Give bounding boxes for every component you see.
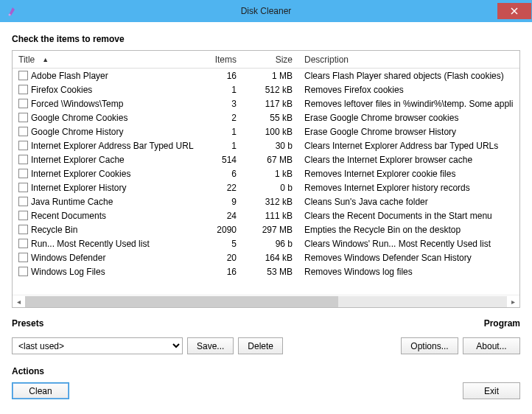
row-checkbox[interactable] [18,127,28,136]
row-size: 111 kB [242,211,298,221]
column-header-description[interactable]: Description [298,51,519,68]
close-button[interactable] [497,3,531,19]
actions-heading: Actions [12,366,69,376]
table-row[interactable]: Run... Most Recently Used list596 bClear… [13,236,519,250]
svg-point-0 [9,14,11,16]
table-row[interactable]: Internet Explorer Cache51467 MBClears th… [13,152,519,166]
table-row[interactable]: Windows Defender20164 kBRemoves Windows … [13,250,519,264]
row-description: Removes Firefox cookies [298,85,519,95]
row-description: Removes leftover files in %windir%\temp.… [298,99,519,109]
table-row[interactable]: Firefox Cookies1512 kBRemoves Firefox co… [13,83,519,97]
row-title: Forced \Windows\Temp [31,99,123,109]
row-size: 67 MB [242,155,298,165]
row-size: 30 b [242,141,298,151]
table-row[interactable]: Recycle Bin2090297 MBEmpties the Recycle… [13,222,519,236]
row-items: 16 [194,267,242,277]
row-size: 53 MB [242,267,298,277]
row-checkbox[interactable] [18,85,28,94]
row-title: Run... Most Recently Used list [31,239,150,249]
row-items: 16 [194,71,242,81]
row-checkbox[interactable] [18,239,28,248]
row-size: 297 MB [242,225,298,235]
table-row[interactable]: Internet Explorer History220 bRemoves In… [13,180,519,194]
row-title: Windows Log Files [31,267,105,277]
column-header-size[interactable]: Size [242,51,298,68]
row-description: Clears Windows' Run... Most Recently Use… [298,239,519,249]
scrollbar-track[interactable] [25,296,507,307]
row-description: Clears the Recent Documents in the Start… [298,211,519,221]
window-title: Disk Cleaner [0,6,532,16]
table-row[interactable]: Java Runtime Cache9312 kBCleans Sun's Ja… [13,194,519,208]
row-title: Recent Documents [31,211,106,221]
table-row[interactable]: Recent Documents24111 kBClears the Recen… [13,208,519,222]
row-checkbox[interactable] [18,71,28,80]
row-title: Windows Defender [31,253,105,263]
row-title: Internet Explorer Cookies [31,169,130,179]
column-header-title[interactable]: Title ▲ [13,51,194,68]
save-button[interactable]: Save... [187,337,234,354]
app-icon [6,5,18,17]
row-title: Firefox Cookies [31,85,92,95]
row-description: Erase Google Chrome browser History [298,127,519,137]
row-title: Internet Explorer Address Bar Typed URLs [31,141,194,151]
clean-button[interactable]: Clean [12,382,69,399]
about-button[interactable]: About... [463,337,520,354]
horizontal-scrollbar[interactable]: ◂ ▸ [13,295,519,307]
table-header: Title ▲ Items Size Description [13,51,519,69]
items-table: Title ▲ Items Size Description Adobe Fla… [12,50,520,308]
table-row[interactable]: Windows Log Files1653 MBRemoves Windows … [13,264,519,278]
scroll-right-icon[interactable]: ▸ [507,295,519,308]
row-description: Removes Internet Explorer history record… [298,183,519,193]
row-checkbox[interactable] [18,267,28,276]
row-checkbox[interactable] [18,155,28,164]
row-size: 100 kB [242,127,298,137]
table-row[interactable]: Google Chrome Cookies255 kBErase Google … [13,110,519,124]
exit-button[interactable]: Exit [463,382,520,399]
row-description: Clears Internet Explorer Address bar Typ… [298,141,519,151]
row-title: Adobe Flash Player [31,71,108,81]
check-items-heading: Check the items to remove [12,34,520,44]
row-checkbox[interactable] [18,99,28,108]
row-checkbox[interactable] [18,253,28,262]
row-checkbox[interactable] [18,141,28,150]
row-items: 20 [194,253,242,263]
row-checkbox[interactable] [18,225,28,234]
row-checkbox[interactable] [18,197,28,206]
row-size: 512 kB [242,85,298,95]
delete-button[interactable]: Delete [238,337,283,354]
row-items: 3 [194,99,242,109]
row-size: 1 MB [242,71,298,81]
table-row[interactable]: Adobe Flash Player161 MBClears Flash Pla… [13,69,519,83]
row-items: 5 [194,239,242,249]
table-row[interactable]: Forced \Windows\Temp3117 kBRemoves lefto… [13,97,519,110]
options-button[interactable]: Options... [401,337,458,354]
row-items: 1 [194,141,242,151]
row-description: Removes Windows log files [298,267,519,277]
row-items: 2 [194,113,242,123]
row-title: Internet Explorer History [31,183,126,193]
row-items: 6 [194,169,242,179]
row-checkbox[interactable] [18,113,28,122]
row-checkbox[interactable] [18,211,28,220]
row-size: 0 b [242,183,298,193]
table-row[interactable]: Internet Explorer Cookies61 kBRemoves In… [13,166,519,180]
column-header-items[interactable]: Items [194,51,242,68]
row-checkbox[interactable] [18,169,28,178]
close-icon [511,7,518,15]
row-description: Clears Flash Player shared objects (Flas… [298,71,519,81]
row-description: Removes Windows Defender Scan History [298,253,519,263]
row-description: Cleans Sun's Java cache folder [298,197,519,207]
sort-asc-icon: ▲ [42,56,49,63]
scroll-left-icon[interactable]: ◂ [13,295,25,308]
scrollbar-thumb[interactable] [25,296,338,307]
titlebar[interactable]: Disk Cleaner [0,0,532,22]
row-items: 22 [194,183,242,193]
table-row[interactable]: Internet Explorer Address Bar Typed URLs… [13,138,519,152]
table-body: Adobe Flash Player161 MBClears Flash Pla… [13,69,519,295]
preset-select[interactable]: <last used> [12,337,183,354]
row-checkbox[interactable] [18,183,28,192]
table-row[interactable]: Google Chrome History1100 kBErase Google… [13,124,519,138]
column-header-title-label: Title [18,55,35,65]
row-description: Clears the Internet Explorer browser cac… [298,155,519,165]
row-description: Empties the Recycle Bin on the desktop [298,225,519,235]
